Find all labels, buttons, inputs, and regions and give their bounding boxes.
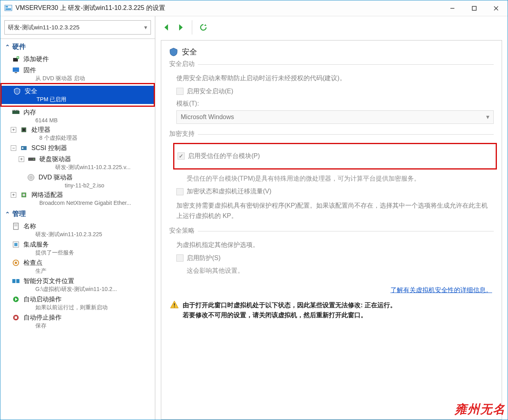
tpm-checkbox [178,152,185,160]
memory-icon [12,108,20,116]
section-management[interactable]: ⌃ 管理 [0,207,155,221]
tree-add-hardware[interactable]: 添加硬件 [0,54,155,65]
autostop-icon [12,314,20,322]
svg-rect-40 [15,316,17,319]
network-icon [19,191,28,199]
expand-icon[interactable]: + [19,156,24,162]
app-icon [4,4,12,12]
tree-memory[interactable]: 内存 6144 MB [0,107,155,124]
tree-name[interactable]: 名称 研发-测试win11-10.2.3.225 [0,221,155,239]
warning-icon [170,300,179,320]
chevron-down-icon: ▾ [144,24,147,31]
tree-autostop[interactable]: 自动停止操作 保存 [0,312,155,330]
tree-autostart[interactable]: 自动启动操作 如果以前运行过，则重新启动 [0,294,155,312]
vm-selector-dropdown[interactable]: 研发-测试win11-10.2.3.225 ▾ [4,20,151,35]
svg-rect-45 [174,303,175,306]
shield-icon [13,87,21,95]
svg-rect-14 [13,110,14,111]
highlight-security: 安全 TPM 已启用 [0,83,155,107]
svg-rect-35 [12,279,15,283]
svg-rect-17 [17,110,18,111]
svg-point-21 [22,147,23,149]
policy-group: 安全策略 为虚拟机指定其他保护选项。 启用防护(S) 这会影响其他设置。 [169,231,494,276]
shield-checkbox [176,254,183,262]
section-hardware[interactable]: ⌃ 硬件 [0,40,155,54]
title-bar: VMSERVER30 上 研发-测试win11-10.2.3.225 的设置 [0,0,508,16]
tree-integration[interactable]: 集成服务 提供了一些服务 [0,239,155,257]
tree-security[interactable]: 安全 TPM 已启用 [2,86,154,104]
svg-rect-32 [14,243,17,246]
secure-boot-checkbox [176,88,183,95]
content-toolbar [155,16,508,39]
nav-back-button[interactable] [161,22,172,33]
checkpoint-icon [12,259,20,267]
svg-rect-27 [23,194,25,196]
svg-point-34 [15,262,17,264]
svg-point-25 [30,177,32,178]
tree-scsi[interactable]: − SCSI 控制器 [0,143,155,154]
name-icon [12,222,20,230]
svg-rect-36 [16,279,19,283]
svg-marker-41 [164,24,168,31]
tree-dvd[interactable]: DVD 驱动器 tiny-11-b2_2.iso [0,172,155,189]
add-hardware-icon [12,55,20,63]
expand-icon[interactable]: + [11,127,16,133]
svg-rect-12 [15,72,17,73]
shield-icon [169,48,178,56]
tree-firmware[interactable]: 固件 从 DVD 驱动器 启动 [0,65,155,83]
svg-rect-16 [16,110,17,111]
settings-tree: ⌃ 硬件 添加硬件 固件 从 DVD 驱动器 启动 [0,39,155,420]
svg-rect-1 [6,6,8,8]
tree-hdd[interactable]: + 硬盘驱动器 研发-测试win11-10.2.3.225.v... [0,154,155,172]
refresh-button[interactable] [198,22,209,33]
svg-marker-43 [204,24,207,26]
svg-rect-11 [13,67,19,72]
svg-rect-19 [23,129,25,131]
highlight-tpm: 启用受信任的平台模块(P) [173,143,497,170]
tree-checkpoint[interactable]: 检查点 生产 [0,257,155,276]
learn-more-link[interactable]: 了解有关虚拟机安全性的详细信息。 [390,287,492,293]
security-panel: 安全 安全启动 使用安全启动来帮助防止启动时运行未经授权的代码(建议)。 启用安… [161,40,502,420]
nav-forward-button[interactable] [175,22,186,33]
hdd-icon [27,155,36,163]
expand-icon[interactable]: + [11,192,16,198]
svg-point-23 [33,159,35,160]
minimize-button[interactable] [441,1,463,16]
autostart-icon [12,295,20,303]
window-title: VMSERVER30 上 研发-测试win11-10.2.3.225 的设置 [15,4,165,12]
tree-paging[interactable]: 智能分页文件位置 G:\虚拟机\研发-测试win11-10.2... [0,276,155,294]
svg-marker-42 [179,24,183,31]
vm-selector-value: 研发-测试win11-10.2.3.225 [8,24,79,31]
paging-icon [12,277,20,285]
monitor-icon [12,66,20,74]
svg-rect-13 [12,111,19,114]
panel-title: 安全 [169,47,494,57]
tree-network[interactable]: + 网络适配器 Broadcom NetXtreme Gigabit Ether… [0,189,155,207]
warning-message: 由于打开此窗口时虚拟机处于以下状态，因此某些设置无法修改: 正在运行。若要修改不… [169,298,494,323]
integration-icon [12,241,20,249]
tree-processor[interactable]: + 处理器 8 个虚拟处理器 [0,124,155,143]
cpu-icon [19,126,28,134]
svg-rect-46 [174,306,175,307]
collapse-icon: ⌃ [5,44,10,50]
template-select: Microsoft Windows ▾ [176,110,494,124]
dvd-icon [27,173,35,181]
secure-boot-group: 安全启动 使用安全启动来帮助防止启动时运行未经授权的代码(建议)。 启用安全启动… [169,64,494,124]
encryption-group: 加密支持 启用受信任的平台模块(P) 受信任的平台模块(TPM)是具有特殊用途的… [169,134,494,221]
maximize-button[interactable] [463,1,485,16]
encrypt-state-checkbox [176,188,183,195]
close-button[interactable] [485,1,507,16]
collapse-icon[interactable]: − [11,145,16,151]
svg-rect-28 [14,223,18,229]
collapse-icon: ⌃ [5,211,10,217]
svg-rect-4 [472,6,476,10]
svg-rect-2 [6,8,11,10]
scsi-icon [19,144,28,152]
chevron-down-icon: ▾ [486,113,489,121]
svg-rect-15 [14,110,15,111]
